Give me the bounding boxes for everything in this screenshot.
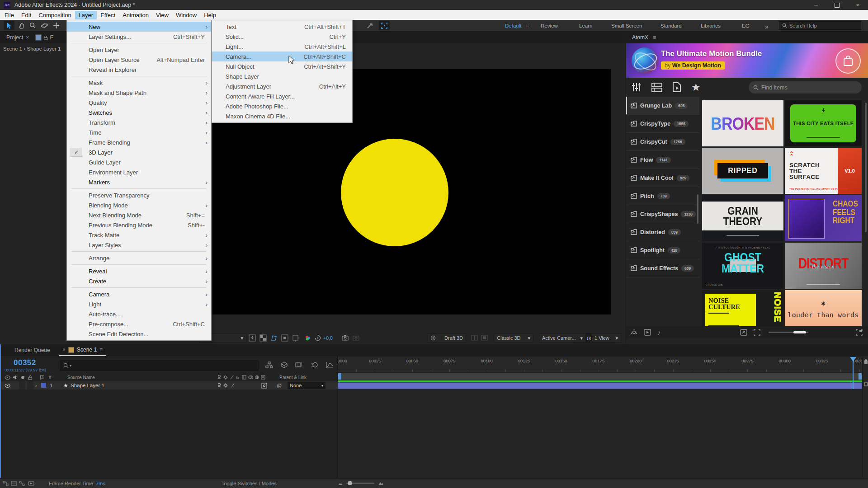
menu-item-environment-layer[interactable]: Environment Layer <box>67 167 211 177</box>
zoom-out-mountain-icon[interactable] <box>338 482 343 485</box>
layer-3d-switch[interactable] <box>261 381 267 389</box>
favorites-star-icon[interactable]: ★ <box>691 83 701 92</box>
lock-toggle-cell[interactable] <box>27 381 33 389</box>
tab-scene-1[interactable]: × Scene 1 ≡ <box>59 344 106 356</box>
menu-item-3d-layer[interactable]: ✓3D Layer <box>67 147 211 157</box>
layer-label-swatch[interactable] <box>41 382 47 388</box>
menubar-item-composition[interactable]: Composition <box>35 11 75 19</box>
thumbnail-size-slider[interactable] <box>769 332 808 333</box>
settings-orbit-icon[interactable] <box>631 329 637 336</box>
list-view-icon[interactable] <box>651 82 662 92</box>
asset-grid-scrollbar[interactable] <box>865 103 867 232</box>
menu-item-quality[interactable]: Quality› <box>67 98 211 108</box>
tab-effect-controls-partial[interactable]: E <box>50 34 53 41</box>
menu-item-adobe-photoshop-file[interactable]: Adobe Photoshop File... <box>212 101 352 111</box>
menu-item-mask-and-shape-path[interactable]: Mask and Shape Path› <box>67 88 211 98</box>
timeline-zoom-slider[interactable] <box>346 483 374 484</box>
toggle-switches-modes-button[interactable]: Toggle Switches / Modes <box>222 481 277 486</box>
menu-item-transform[interactable]: Transform› <box>67 117 211 127</box>
menubar-item-animation[interactable]: Animation <box>119 11 152 19</box>
workspace-overflow-icon[interactable]: » <box>765 23 769 30</box>
menu-item-light[interactable]: Light...Ctrl+Alt+Shift+L <box>212 42 352 52</box>
menu-item-auto-trace[interactable]: Auto-trace... <box>67 309 211 319</box>
audio-toggle-cell[interactable] <box>19 381 25 389</box>
preview-play-icon[interactable] <box>644 329 651 336</box>
view-count-dropdown[interactable]: 1 View▾ <box>591 333 621 343</box>
search-help-box[interactable]: Search Help <box>779 21 861 30</box>
menu-item-adjustment-layer[interactable]: Adjustment LayerCtrl+Alt+Y <box>212 81 352 91</box>
workspace-menu-icon[interactable]: ≡ <box>526 23 529 28</box>
category-pitch[interactable]: Pitch739 <box>626 187 699 205</box>
minimize-button[interactable]: ─ <box>806 0 826 10</box>
selection-tool[interactable] <box>4 21 14 30</box>
zoom-in-mountain-icon[interactable] <box>378 481 384 486</box>
timeline-search-box[interactable]: ▾ <box>60 360 259 371</box>
work-area-start-handle[interactable] <box>338 373 341 380</box>
marker-pen-icon[interactable] <box>864 359 868 364</box>
exposure-value[interactable]: +0,0 <box>323 335 333 341</box>
region-of-interest-icon[interactable] <box>379 21 390 30</box>
filters-icon[interactable] <box>632 82 642 92</box>
menu-item-open-layer-source[interactable]: Open Layer SourceAlt+Numpad Enter <box>67 55 211 65</box>
menu-item-content-aware-fill-layer[interactable]: Content-Aware Fill Layer... <box>212 91 352 101</box>
storage-icon[interactable] <box>11 481 17 486</box>
fast-preview-icon[interactable] <box>249 334 256 342</box>
asset-thumb-louder[interactable]: ∗ louder than words <box>785 290 862 326</box>
menubar-item-help[interactable]: Help <box>200 11 220 19</box>
workspace-standard[interactable]: Standard <box>660 23 682 28</box>
source-name-column-label[interactable]: Source Name <box>67 374 95 381</box>
menu-item-previous-blending-mode[interactable]: Previous Blending ModeShift+- <box>67 220 211 230</box>
close-button[interactable]: × <box>847 0 868 10</box>
show-snapshot-icon[interactable] <box>353 335 359 341</box>
asset-thumb-chaos[interactable]: CHAOSFEELSRIGHT <box>785 195 862 241</box>
menu-item-reveal-in-explorer[interactable]: Reveal in Explorer <box>67 65 211 75</box>
workspace-eg[interactable]: EG <box>742 23 750 28</box>
reset-exposure-icon[interactable] <box>315 335 321 341</box>
menu-item-light[interactable]: Light› <box>67 299 211 309</box>
layer-duration-bar[interactable] <box>338 382 862 389</box>
pan-camera-tool[interactable] <box>51 21 61 30</box>
menu-item-blending-mode[interactable]: Blending Mode› <box>67 200 211 210</box>
asset-thumb-grain[interactable]: GRAINTHEORY <box>702 195 783 241</box>
work-area-end-handle[interactable] <box>859 373 862 380</box>
menubar-item-effect[interactable]: Effect <box>97 11 119 19</box>
composition-flowchart-icon[interactable] <box>265 361 273 368</box>
category-sound-effects[interactable]: Sound Effects609 <box>626 259 699 277</box>
snap-options-icon[interactable] <box>364 21 375 30</box>
mask-visibility-icon[interactable] <box>270 334 278 342</box>
menu-item-arrange[interactable]: Arrange› <box>67 253 211 263</box>
layer-expander-icon[interactable]: › <box>35 381 37 389</box>
menu-item-guide-layer[interactable]: Guide Layer <box>67 157 211 167</box>
category-grunge-lab[interactable]: Grunge Lab605 <box>626 97 699 115</box>
motion-blur-icon[interactable] <box>311 361 318 368</box>
workspace-libraries[interactable]: Libraries <box>701 23 721 28</box>
asset-thumb-ghost[interactable]: IF IT'S TOO ROUGH, IT'S PROBABLY REAL. G… <box>702 243 783 289</box>
work-area-bar[interactable] <box>338 373 862 380</box>
draft-3d-icon[interactable] <box>281 361 288 368</box>
category-flow[interactable]: Flow1141 <box>626 151 699 169</box>
layer-visibility-eye-icon[interactable] <box>5 381 10 389</box>
comp-marker-icon[interactable] <box>864 382 868 386</box>
category-crispytype[interactable]: CrispyType1555 <box>626 115 699 133</box>
menu-item-mask[interactable]: Mask› <box>67 78 211 88</box>
graph-editor-icon[interactable] <box>326 361 333 368</box>
view-layout-icon[interactable] <box>471 335 478 341</box>
atomx-banner[interactable]: The Ultimate Motion Bundle by We Design … <box>626 43 868 78</box>
zoom-slider-handle[interactable] <box>348 481 352 485</box>
fast-previews-dropdown[interactable]: Draft 3D <box>427 333 466 343</box>
tab-project-close-icon[interactable]: × <box>26 34 35 41</box>
menu-item-switches[interactable]: Switches› <box>67 108 211 117</box>
workspace-small-screen[interactable]: Small Screen <box>611 23 642 28</box>
renderer-dropdown[interactable]: Classic 3D▾ <box>494 333 533 343</box>
menu-item-layer-styles[interactable]: Layer Styles› <box>67 240 211 250</box>
tab-render-queue[interactable]: Render Queue <box>14 347 50 353</box>
menubar-item-layer[interactable]: Layer <box>75 11 97 19</box>
menu-item-text[interactable]: TextCtrl+Alt+Shift+T <box>212 22 352 32</box>
menu-item-layer-settings[interactable]: Layer Settings...Ctrl+Shift+Y <box>67 32 211 42</box>
workspace-default[interactable]: Default <box>505 23 521 28</box>
workspace-learn[interactable]: Learn <box>579 23 592 28</box>
project-flow-icon[interactable] <box>3 481 9 486</box>
menu-item-create[interactable]: Create› <box>67 276 211 286</box>
find-items-search[interactable]: Find items <box>749 81 862 94</box>
pixel-aspect-icon[interactable] <box>481 335 488 341</box>
